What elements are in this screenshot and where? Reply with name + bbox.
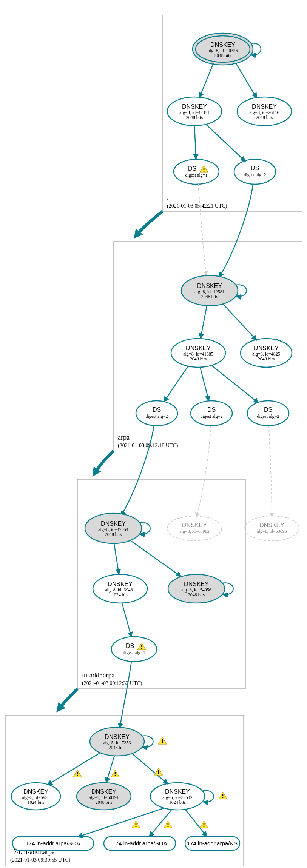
edge	[199, 63, 213, 98]
svg-text:1024 bits: 1024 bits	[169, 800, 186, 805]
svg-text:DNSKEY: DNSKEY	[105, 734, 130, 740]
svg-text:1024 bits: 1024 bits	[112, 592, 129, 597]
node-arpa-zsk1: DNSKEY alg=8, id=41685 2048 bits	[171, 339, 225, 367]
svg-text:alg=5, id=50191: alg=5, id=50191	[89, 795, 119, 800]
edge	[206, 124, 245, 162]
svg-point-49	[245, 516, 299, 541]
zone-time-174: (2021-01-03 09:39:55 UTC)	[10, 857, 71, 863]
edge	[236, 63, 257, 98]
svg-text:alg=8, id=63982: alg=8, id=63982	[179, 529, 210, 534]
svg-text:2048 bits: 2048 bits	[190, 356, 207, 362]
svg-text:2048 bits: 2048 bits	[186, 115, 203, 120]
warning-icon	[164, 821, 172, 828]
edge	[223, 304, 257, 340]
zone-link	[136, 211, 162, 236]
edge	[77, 808, 164, 837]
node-174-soa2: 174.in-addr.arpa/SOA	[104, 837, 176, 850]
svg-text:digest alg=2: digest alg=2	[200, 414, 222, 419]
node-174-ns: 174.in-addr.arpa/NS	[185, 837, 240, 850]
edge	[219, 184, 253, 277]
svg-text:2048 bits: 2048 bits	[201, 294, 218, 299]
node-root-zsk2: DNSKEY alg=8, id=26116 2048 bits	[237, 97, 292, 126]
svg-point-33	[136, 401, 177, 426]
svg-text:DNSKEY: DNSKEY	[108, 581, 133, 587]
zone-label-inaddr: in-addr.arpa	[82, 671, 114, 679]
svg-text:DNSKEY: DNSKEY	[254, 345, 279, 351]
dnssec-auth-graph: . (2021-01-03 05:42:21 UTC) DNSKEY alg=8…	[0, 0, 307, 868]
svg-text:alg=5, id=32542: alg=5, id=32542	[162, 795, 193, 800]
svg-text:DNSKEY: DNSKEY	[91, 788, 116, 795]
warning-icon	[158, 737, 167, 744]
svg-text:DNSKEY: DNSKEY	[184, 581, 209, 587]
svg-text:digest alg=2: digest alg=2	[257, 414, 279, 419]
svg-text:DNSKEY: DNSKEY	[182, 522, 207, 528]
node-root-ksk: DNSKEY alg=8, id=20326 2048 bits	[193, 33, 253, 65]
warning-icon	[154, 768, 163, 775]
edge-dashed	[196, 426, 211, 517]
node-arpa-zsk2: DNSKEY alg=8, id=4825 2048 bits	[241, 339, 292, 367]
svg-text:2048 bits: 2048 bits	[105, 532, 122, 537]
svg-point-18	[234, 159, 276, 184]
edge	[47, 753, 100, 785]
svg-text:DNSKEY: DNSKEY	[165, 788, 190, 795]
svg-text:DNSKEY: DNSKEY	[259, 522, 284, 528]
svg-text:alg=5, id=5953: alg=5, id=5953	[22, 795, 50, 800]
warning-icon	[111, 770, 119, 777]
svg-text:DS: DS	[251, 165, 259, 171]
svg-text:2048 bits: 2048 bits	[109, 745, 126, 750]
svg-text:alg=8, id=41685: alg=8, id=41685	[183, 351, 213, 357]
edge	[211, 365, 259, 403]
edge	[120, 662, 131, 728]
svg-text:DNSKEY: DNSKEY	[197, 283, 222, 289]
svg-text:DNSKEY: DNSKEY	[210, 42, 235, 48]
svg-text:DNSKEY: DNSKEY	[101, 520, 126, 527]
edge	[130, 540, 181, 577]
node-174-k2: DNSKEY alg=5, id=50191 2048 bits	[77, 783, 131, 810]
svg-text:DS: DS	[264, 406, 272, 413]
node-inaddr-d2: DNSKEY alg=8, id=53696	[245, 516, 299, 541]
svg-text:174.in-addr.arpa/NS: 174.in-addr.arpa/NS	[187, 840, 238, 846]
svg-text:1024 bits: 1024 bits	[28, 800, 45, 805]
svg-text:alg=8, id=47054: alg=8, id=47054	[98, 527, 128, 532]
node-root-ds2: DS digest alg=2	[234, 159, 276, 184]
svg-text:174.in-addr.arpa/SOA: 174.in-addr.arpa/SOA	[112, 840, 167, 846]
node-174-ksk: DNSKEY alg=5, id=7353 2048 bits	[90, 727, 144, 756]
warning-icon	[132, 821, 140, 828]
warning-icon	[219, 792, 227, 799]
svg-text:2048 bits: 2048 bits	[214, 53, 231, 58]
zone-time-root: (2021-01-03 05:42:21 UTC)	[167, 203, 227, 209]
warning-icon	[73, 770, 82, 777]
edge	[200, 367, 209, 401]
svg-text:digest alg=1: digest alg=1	[185, 172, 207, 178]
node-arpa-ksk: DNSKEY alg=8, id=42581 2048 bits	[181, 275, 238, 306]
svg-text:alg=8, id=53696: alg=8, id=53696	[257, 529, 287, 534]
svg-text:DNSKEY: DNSKEY	[182, 103, 207, 110]
node-arpa-ds1: DS digest alg=2	[136, 401, 177, 426]
edge-dashed	[198, 184, 206, 275]
node-inaddr-d1: DNSKEY alg=8, id=63982	[167, 516, 222, 541]
svg-text:alg=8, id=39481: alg=8, id=39481	[105, 587, 135, 593]
svg-text:174.in-addr.arpa/SOA: 174.in-addr.arpa/SOA	[25, 840, 80, 846]
svg-text:DS: DS	[153, 406, 161, 413]
svg-text:2048 bits: 2048 bits	[256, 115, 273, 120]
svg-text:2048 bits: 2048 bits	[96, 800, 113, 805]
svg-text:DNSKEY: DNSKEY	[186, 345, 211, 351]
edge-dashed	[269, 426, 272, 517]
svg-text:2048 bits: 2048 bits	[258, 356, 275, 362]
svg-text:alg=8, id=20326: alg=8, id=20326	[208, 48, 238, 53]
svg-text:DS: DS	[188, 165, 196, 172]
svg-text:digest alg=2: digest alg=2	[145, 414, 168, 419]
svg-text:DS: DS	[207, 406, 216, 413]
node-inaddr-zsk1: DNSKEY alg=8, id=39481 1024 bits	[93, 574, 147, 603]
svg-text:DNSKEY: DNSKEY	[252, 103, 277, 110]
edge	[132, 754, 168, 784]
edge	[114, 543, 119, 574]
zone-label-arpa: arpa	[118, 434, 130, 441]
node-arpa-ds2: DS digest alg=2	[191, 401, 232, 426]
node-174-k3: DNSKEY alg=5, id=32542 1024 bits	[150, 783, 205, 810]
zone-time-arpa: (2021-01-03 09:12:18 UTC)	[118, 443, 178, 449]
node-inaddr-ksk: DNSKEY alg=8, id=47054 2048 bits	[85, 513, 142, 543]
node-inaddr-ds: DS digest alg=1	[111, 637, 157, 662]
edge	[164, 366, 188, 402]
edge	[201, 305, 207, 339]
